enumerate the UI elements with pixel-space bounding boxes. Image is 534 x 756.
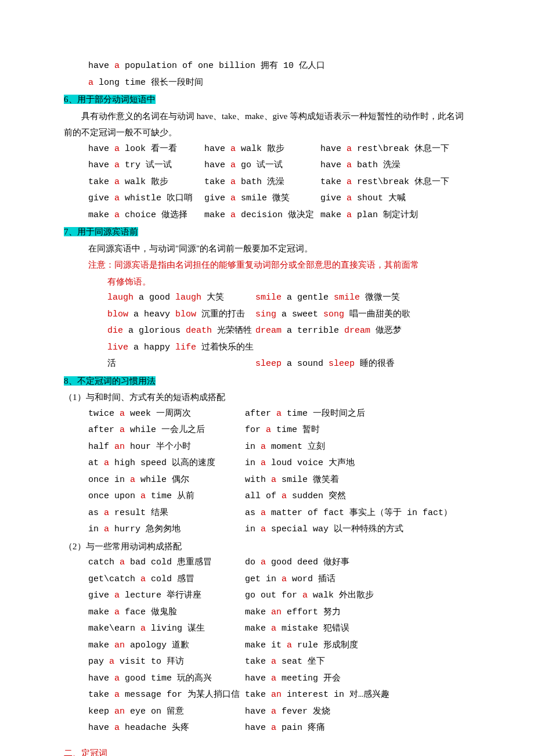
phrase-row: have a try 试一试have a go 试一试have a bath 洗…: [88, 157, 470, 174]
section-8-list-2: catch a bad cold 患重感冒do a good deed 做好事g…: [64, 555, 470, 737]
cognate-row: laugh a good laugh 大笑smile a gentle smil…: [107, 290, 470, 307]
idiom-row: twice a week 一周两次after a time 一段时间之后: [88, 406, 470, 423]
phrase-row: take a walk 散步take a bath 洗澡take a rest\…: [88, 174, 470, 191]
idiom-row: pay a visit to 拜访take a seat 坐下: [88, 654, 470, 671]
idiom-row: make an apology 道歉make it a rule 形成制度: [88, 638, 470, 654]
idiom-row: in a hurry 急匆匆地in a special way 以一种特殊的方式: [88, 521, 470, 538]
phrase-row: give a whistle 吹口哨give a smile 微笑give a …: [88, 190, 470, 207]
idiom-row: have a good time 玩的高兴have a meeting 开会: [88, 671, 470, 687]
section-6-table: have a look 看一看have a walk 散步have a rest…: [64, 141, 470, 224]
section-8-sub2: （2）与一些常用动词构成搭配: [64, 538, 470, 555]
idiom-row: once in a while 偶尔with a smile 微笑着: [88, 472, 470, 489]
idiom-row: have a headache 头疼have a pain 疼痛: [88, 720, 470, 737]
section-8-title: 8、不定冠词的习惯用法: [64, 373, 470, 390]
idiom-row: once upon a time 从前all of a sudden 突然: [88, 488, 470, 505]
idiom-row: take a message for 为某人捎口信take an interes…: [88, 687, 470, 704]
cognate-row: blow a heavy blow 沉重的打击sing a sweet song…: [107, 307, 470, 323]
idiom-row: get\catch a cold 感冒get in a word 插话: [88, 571, 470, 588]
idiom-row: give a lecture 举行讲座go out for a walk 外出散…: [88, 588, 470, 604]
intro-line-2: a long time 很长一段时间: [64, 75, 470, 92]
definite-article-title: 二、定冠词: [64, 745, 470, 757]
section-6-title: 6、用于部分动词短语中: [64, 91, 470, 108]
section-6-desc: 具有动作意义的名词在与动词 have、take、make、give 等构成短语表…: [64, 108, 470, 141]
phrase-row: have a look 看一看have a walk 散步have a rest…: [88, 141, 470, 158]
section-7-examples: laugh a good laugh 大笑smile a gentle smil…: [64, 290, 470, 373]
idiom-row: catch a bad cold 患重感冒do a good deed 做好事: [88, 555, 470, 571]
idiom-row: half an hour 半个小时in a moment 立刻: [88, 439, 470, 456]
section-7-title: 7、用于同源宾语前: [64, 224, 470, 240]
idiom-row: make\earn a living 谋生make a mistake 犯错误: [88, 621, 470, 638]
section-8-list-1: twice a week 一周两次after a time 一段时间之后afte…: [64, 406, 470, 538]
section-8-sub1: （1）与和时间、方式有关的短语构成搭配: [64, 389, 470, 406]
section-7-desc: 在同源宾语中，与动词"同源"的名词前一般要加不定冠词。: [64, 240, 470, 257]
idiom-row: keep an eye on 留意have a fever 发烧: [88, 704, 470, 721]
idiom-row: after a while 一会儿之后for a time 暂时: [88, 422, 470, 439]
idiom-row: make a face 做鬼脸make an effort 努力: [88, 604, 470, 621]
idiom-row: at a high speed 以高的速度in a loud voice 大声地: [88, 455, 470, 472]
cognate-row: die a glorious death 光荣牺牲dream a terribl…: [107, 323, 470, 340]
intro-line-1: have a population of one billion 拥有 10 亿…: [64, 58, 470, 75]
section-7-note-1: 注意：同源宾语是指由名词担任的能够重复动词部分或全部意思的直接宾语，其前面常: [64, 257, 470, 273]
cognate-row: live a happy life 过着快乐的生活sleep a sound s…: [107, 340, 470, 373]
phrase-row: make a choice 做选择make a decision 做决定make…: [88, 207, 470, 224]
section-7-note-2: 有修饰语。: [64, 273, 470, 290]
idiom-row: as a result 结果as a matter of fact 事实上（等于…: [88, 505, 470, 522]
